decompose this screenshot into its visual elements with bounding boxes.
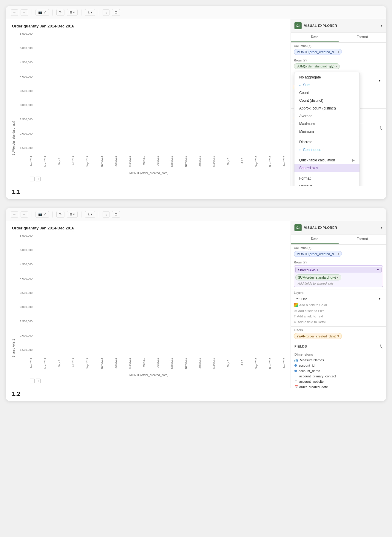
columns-pill-text: MONTH(order_created_d...: [297, 50, 337, 54]
menu-format[interactable]: Format...: [294, 175, 359, 182]
rows-pill-1[interactable]: SUM(order_standard_qty) ▾ No aggregate S…: [294, 63, 340, 69]
screenshot-button-2[interactable]: 📷 ⤢: [36, 211, 49, 218]
menu-sum[interactable]: Sum: [294, 81, 359, 89]
filters-label-2: Filters: [294, 328, 383, 332]
tab-format-1[interactable]: Format: [339, 33, 386, 42]
sort-button[interactable]: ↕: [103, 9, 110, 16]
menu-discrete[interactable]: Discrete: [294, 138, 359, 146]
x-tick: Jul 2...: [241, 156, 244, 163]
sigma-button[interactable]: Σ ▾: [85, 9, 95, 16]
menu-continuous[interactable]: Continuous: [294, 146, 359, 154]
field-measure-names-2[interactable]: Measure Names: [291, 357, 386, 363]
chart-container-1: SUM(order_standard_qty) 5,500,000 5,000,…: [12, 32, 286, 155]
back-button-2[interactable]: ←: [11, 211, 18, 218]
pin-button[interactable]: ⊡: [112, 9, 120, 16]
menu-maximum[interactable]: Maximum: [294, 120, 359, 128]
x-tick-2: Sep 2014: [86, 358, 89, 369]
toolbar-2: ← → 📷 ⤢ ⇅ ⊞ ▾ Σ ▾ ↕ ⊡: [6, 208, 386, 221]
layer-dropdown-2: ▾: [379, 297, 381, 301]
x-tick-2: Jul 2...: [241, 358, 244, 365]
forward-button[interactable]: →: [21, 9, 28, 16]
menu-separator-3: [294, 173, 359, 173]
columns-pill-1[interactable]: MONTH(order_created_d... ▾: [294, 49, 342, 55]
x-tick-2: Jan 2014: [30, 358, 33, 368]
zoom-out-button[interactable]: −: [30, 177, 35, 181]
zoom-in-button[interactable]: +: [36, 177, 41, 181]
fx-button-1[interactable]: fx: [380, 126, 382, 131]
y-tick: 4,500,000: [20, 61, 33, 64]
tab-data-2[interactable]: Data: [291, 234, 339, 244]
x-tick: Mar 2016: [212, 156, 215, 167]
ve-dropdown-button-2[interactable]: ▾: [381, 226, 382, 230]
x-tick: Nov 2014: [100, 156, 103, 167]
add-text-btn-2[interactable]: T Add a field to Text: [294, 314, 383, 319]
group-button-2[interactable]: ⊞ ▾: [67, 211, 78, 218]
tab-data-1[interactable]: Data: [291, 33, 339, 42]
rows-dropdown-icon: ▾: [336, 65, 337, 68]
menu-remove[interactable]: Remove: [294, 182, 359, 186]
color-swatch-icon-2: [294, 303, 298, 307]
field-account-name-2[interactable]: account_name: [291, 368, 386, 374]
tab-format-2[interactable]: Format: [339, 234, 386, 244]
x-tick-2: May 2...: [142, 358, 145, 367]
fx-button-2[interactable]: fx: [380, 344, 382, 349]
y-tick-2: 5,000,000: [20, 248, 33, 251]
sigma-button-2[interactable]: Σ ▾: [85, 211, 95, 218]
y-tick: 5,500,000: [20, 32, 33, 35]
chart-inner-2: [34, 234, 286, 234]
x-tick: May 2...: [58, 156, 61, 165]
x-axis-title-1: MONTH(order_created_date): [12, 172, 286, 175]
chart-area-2: Order quantity Jan 2014-Dec 2016 Shared …: [6, 221, 291, 388]
menu-shared-axis[interactable]: Shared axis: [294, 164, 359, 172]
swap-button[interactable]: ⇅: [56, 9, 64, 16]
columns-pill-text-2: MONTH(order_created_d...: [297, 252, 337, 256]
field-dot-blue-2: [294, 370, 297, 372]
field-account-website-2[interactable]: T account_website: [291, 379, 386, 384]
sort-button-2[interactable]: ↕: [103, 211, 110, 218]
layer-type-2[interactable]: 〜 Line ▾: [294, 296, 383, 302]
y-tick-2: 2,000,000: [20, 334, 33, 337]
menu-count-distinct[interactable]: Count (distinct): [294, 97, 359, 104]
pin-button-2[interactable]: ⊡: [112, 211, 120, 218]
x-tick-2: May 2...: [58, 358, 61, 367]
ve-header-2: 🗂 VISUAL EXPLORER ▾: [291, 221, 386, 234]
menu-approx-count[interactable]: Approx. count (distinct): [294, 104, 359, 112]
zoom-in-button-2[interactable]: +: [36, 379, 41, 383]
menu-no-aggregate[interactable]: No aggregate: [294, 73, 359, 81]
menu-minimum[interactable]: Minimum: [294, 128, 359, 135]
group-button[interactable]: ⊞ ▾: [67, 9, 78, 16]
columns-dropdown-icon-2: ▾: [338, 252, 339, 255]
ve-dropdown-button[interactable]: ▾: [381, 24, 382, 28]
main-content-2: Order quantity Jan 2014-Dec 2016 Shared …: [6, 221, 386, 388]
add-size-btn-2[interactable]: ◎ Add a field to Size: [294, 308, 383, 314]
rows-pill-2[interactable]: SUM(order_standard_qty) ▾: [295, 274, 341, 280]
add-shared-field[interactable]: Add fields to shared axis: [295, 281, 382, 286]
add-detail-btn-2[interactable]: ⊕ Add a field to Detail: [294, 319, 383, 325]
menu-quick-table[interactable]: Quick table calculation ▶: [294, 156, 359, 164]
rows-dropdown-menu: No aggregate Sum Count Count (distinct) …: [294, 72, 360, 186]
forward-button-2[interactable]: →: [21, 211, 28, 218]
y-tick-2: 4,000,000: [20, 277, 33, 280]
filter-pill-text-2: YEAR(order_created_date): [297, 334, 336, 338]
swap-button-2[interactable]: ⇅: [56, 211, 64, 218]
field-order-created-date-2[interactable]: 📅 order_created_date: [291, 384, 386, 388]
menu-count[interactable]: Count: [294, 89, 359, 97]
add-color-btn-2[interactable]: Add a field to Color: [294, 302, 383, 308]
field-account-primary-2[interactable]: T account_primary_contact: [291, 374, 386, 379]
chart-area-1: Order quantity Jan 2014-Dec 2016 SUM(ord…: [6, 19, 291, 186]
x-tick-2: Nov 2014: [100, 358, 103, 369]
columns-pill-2[interactable]: MONTH(order_created_d... ▾: [294, 251, 342, 257]
field-name: account_id: [299, 364, 314, 367]
screenshot-button[interactable]: 📷 ⤢: [36, 9, 49, 16]
zoom-out-button-2[interactable]: −: [30, 379, 35, 383]
ve-icon-1: 🗂: [294, 22, 302, 29]
rows-label-2: Rows (Y): [294, 261, 383, 264]
shared-axis-pill[interactable]: Shared Axis 1 ▾: [295, 267, 382, 273]
filter-pill-2[interactable]: YEAR(order_created_date) ▾: [294, 333, 342, 339]
ve-title-1: VISUAL EXPLORER: [304, 24, 378, 27]
ve-title-2: VISUAL EXPLORER: [304, 226, 378, 229]
back-button[interactable]: ←: [11, 9, 18, 16]
expand-icon: ⤢: [44, 10, 46, 14]
menu-average[interactable]: Average: [294, 112, 359, 120]
field-account-id-2[interactable]: account_id: [291, 363, 386, 368]
